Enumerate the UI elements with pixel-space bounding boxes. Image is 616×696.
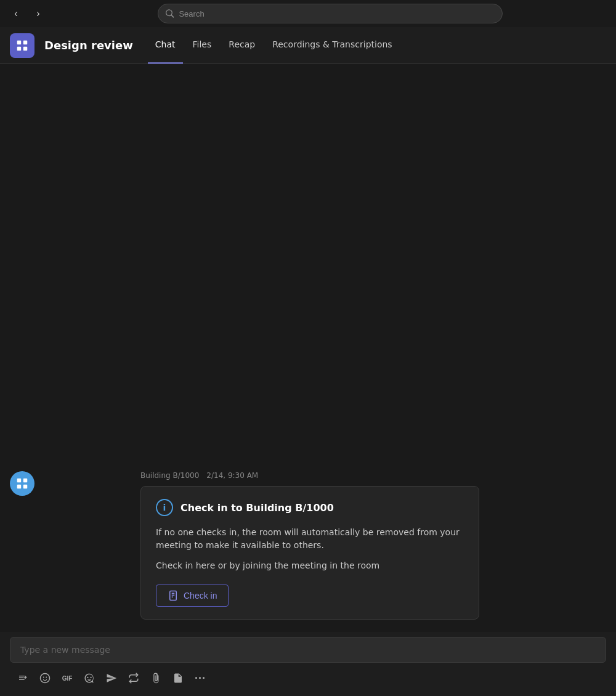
svg-rect-0 xyxy=(17,40,21,44)
gif-label: GIF xyxy=(62,675,73,682)
avatar xyxy=(10,471,34,496)
more-button[interactable]: ··· xyxy=(190,668,211,689)
more2-button[interactable] xyxy=(168,668,188,689)
header-bar: Design review Chat Files Recap Recording… xyxy=(0,27,616,64)
input-area: Type a new message GIF xyxy=(0,632,616,696)
svg-rect-2 xyxy=(17,46,21,50)
tab-list: Chat Files Recap Recordings & Transcript… xyxy=(148,27,400,63)
message-row: Building B/1000 2/14, 9:30 AM i Check in… xyxy=(10,471,606,620)
checkin-button[interactable]: Check in xyxy=(156,585,229,607)
search-bar[interactable] xyxy=(158,4,503,23)
svg-rect-5 xyxy=(23,479,27,482)
message-meta: Building B/1000 2/14, 9:30 AM xyxy=(140,471,479,480)
checkin-subtext: Check in here or by joining the meeting … xyxy=(156,559,464,572)
search-icon xyxy=(166,9,174,18)
checkin-button-label: Check in xyxy=(184,591,217,601)
svg-point-16 xyxy=(91,677,92,678)
back-button[interactable]: ‹ xyxy=(7,5,25,22)
send-button[interactable] xyxy=(101,668,122,689)
emoji-icon xyxy=(39,673,51,684)
message-timestamp: 2/14, 9:30 AM xyxy=(206,471,258,480)
more2-icon xyxy=(172,673,184,684)
top-bar: ‹ › xyxy=(0,0,616,27)
send-icon xyxy=(106,673,117,684)
tab-files[interactable]: Files xyxy=(185,27,219,64)
sticker-icon xyxy=(84,673,95,684)
message-group: Building B/1000 2/14, 9:30 AM i Check in… xyxy=(140,471,479,620)
checkin-body: If no one checks in, the room will autom… xyxy=(156,526,464,552)
toolbar-row: GIF xyxy=(10,663,606,694)
input-placeholder: Type a new message xyxy=(20,645,110,655)
chat-area: Building B/1000 2/14, 9:30 AM i Check in… xyxy=(0,64,616,696)
svg-rect-6 xyxy=(17,485,21,488)
tab-recap[interactable]: Recap xyxy=(221,27,262,64)
message-input-box[interactable]: Type a new message xyxy=(10,637,606,663)
format-icon xyxy=(18,673,28,683)
channel-name: Design review xyxy=(44,39,133,52)
avatar-icon xyxy=(15,477,29,490)
search-input[interactable] xyxy=(179,9,495,18)
svg-point-15 xyxy=(87,677,88,678)
emoji-button[interactable] xyxy=(34,668,55,689)
sender-name: Building B/1000 xyxy=(140,471,199,480)
more-label: ··· xyxy=(195,672,206,685)
tab-chat[interactable]: Chat xyxy=(148,27,183,64)
checkin-button-icon xyxy=(168,590,179,601)
format-button[interactable] xyxy=(12,668,33,689)
forward-button[interactable]: › xyxy=(30,5,47,22)
svg-rect-1 xyxy=(23,40,27,44)
svg-rect-7 xyxy=(23,485,27,488)
loop-button[interactable] xyxy=(123,668,144,689)
attach-button[interactable] xyxy=(145,668,166,689)
channel-icon xyxy=(10,33,34,58)
checkin-title: Check in to Building B/1000 xyxy=(180,502,334,514)
svg-point-14 xyxy=(46,677,47,678)
tab-recordings[interactable]: Recordings & Transcriptions xyxy=(265,27,399,64)
info-icon: i xyxy=(156,499,173,516)
svg-point-12 xyxy=(41,674,50,683)
svg-rect-4 xyxy=(17,479,21,482)
checkin-header: i Check in to Building B/1000 xyxy=(156,499,464,516)
attach-icon xyxy=(150,673,161,684)
sticker-button[interactable] xyxy=(79,668,100,689)
messages-container: Building B/1000 2/14, 9:30 AM i Check in… xyxy=(0,64,616,632)
loop-icon xyxy=(128,673,139,684)
svg-rect-3 xyxy=(23,46,27,50)
channel-svg-icon xyxy=(15,39,29,52)
svg-point-13 xyxy=(43,677,44,678)
gif-button[interactable]: GIF xyxy=(57,668,78,689)
checkin-card: i Check in to Building B/1000 If no one … xyxy=(140,486,479,620)
